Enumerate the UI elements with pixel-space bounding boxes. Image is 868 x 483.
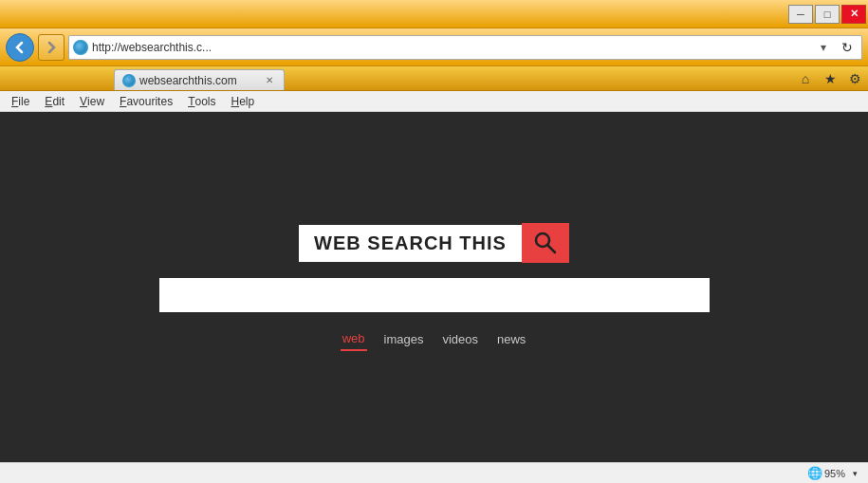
back-button[interactable] [6,33,34,62]
title-bar: ─ □ ✕ [0,0,868,28]
tab-bar: websearchthis.com ✕ ⌂ ★ ⚙ [0,66,868,91]
address-search-button[interactable]: ▾ [814,38,833,57]
search-tab-news[interactable]: news [495,328,527,350]
refresh-button[interactable]: ↻ [837,37,858,58]
menu-favourites[interactable]: Favourites [112,91,180,111]
zoom-icon: 🌐 [807,466,822,480]
menu-file[interactable]: File [4,91,37,111]
zoom-level: 95% [824,468,845,479]
menu-edit[interactable]: Edit [37,91,72,111]
search-tab-videos[interactable]: videos [440,328,480,350]
tab-close-button[interactable]: ✕ [263,74,276,87]
close-button[interactable]: ✕ [841,5,866,24]
search-tab-web[interactable]: web [341,327,367,351]
address-text: http://websearchthis.c... [92,41,810,54]
search-tab-images[interactable]: images [382,328,426,350]
browser-content: WEB SEARCH THIS web images videos news [0,112,868,462]
menu-bar: File Edit View Favourites Tools Help [0,91,868,112]
home-button[interactable]: ⌂ [796,69,815,88]
search-box-row [159,278,710,312]
status-bar: 🌐 95% ▾ [0,462,868,483]
address-bar[interactable]: http://websearchthis.c... ▾ ↻ [68,35,862,60]
browser-nav-icons: ⌂ ★ ⚙ [796,69,864,88]
maximize-button[interactable]: □ [815,5,840,24]
search-input[interactable] [159,278,710,312]
forward-button[interactable] [38,34,65,61]
svg-line-1 [547,245,555,252]
brand-logo: WEB SEARCH THIS [299,223,569,263]
tab-favicon [122,74,136,87]
tab-label: websearchthis.com [139,74,237,87]
search-section: WEB SEARCH THIS web images videos news [159,223,710,351]
browser-tab-0[interactable]: websearchthis.com ✕ [114,69,285,90]
zoom-dropdown-button[interactable]: ▾ [847,466,862,481]
favorites-button[interactable]: ★ [821,69,840,88]
brand-text: WEB SEARCH THIS [299,225,522,262]
window-controls: ─ □ ✕ [788,5,866,24]
navigation-bar: http://websearchthis.c... ▾ ↻ [0,28,868,66]
menu-tools[interactable]: Tools [180,91,223,111]
ie-icon [73,40,88,55]
search-tabs: web images videos news [341,327,528,351]
minimize-button[interactable]: ─ [788,5,813,24]
settings-button[interactable]: ⚙ [845,69,864,88]
menu-view[interactable]: View [72,91,112,111]
menu-help[interactable]: Help [224,91,263,111]
status-zoom: 🌐 95% ▾ [807,466,862,481]
brand-search-icon-button[interactable] [522,223,569,263]
